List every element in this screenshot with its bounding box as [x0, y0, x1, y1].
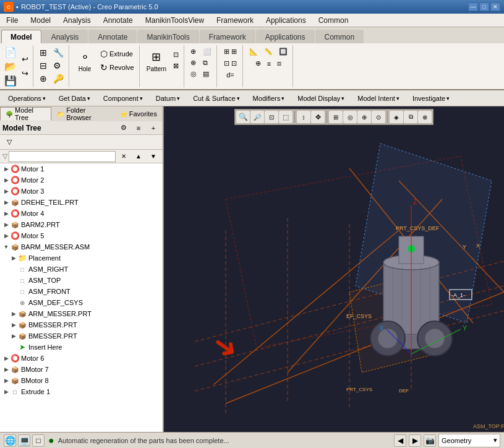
expand-motor5[interactable]: ▶	[2, 232, 10, 239]
surf-btn2[interactable]: ⊗	[188, 58, 199, 68]
viewport[interactable]: 🔍 🔎 ⊡ ⬚ ↕ ✥ ⊞ ◎ ⊕ ⊙ ◈ ⧉ ⊗	[164, 106, 504, 432]
tree-add-btn[interactable]: +	[147, 121, 160, 135]
vp-rotate[interactable]: ↕	[297, 111, 310, 123]
tab-annotate[interactable]: Annotate	[88, 30, 137, 43]
ribbon-open-btn[interactable]: 📂	[4, 59, 17, 73]
status-monitor-btn[interactable]: 💻	[18, 434, 30, 447]
vp-view1[interactable]: ⊞	[329, 111, 343, 123]
ops-btn4[interactable]: 🔧	[51, 46, 66, 59]
surf-btn1[interactable]: ⊕	[188, 46, 199, 57]
tree-item-asm-right[interactable]: □ ASM_RIGHT	[0, 264, 163, 275]
tree-item-motor7[interactable]: ▶ 📦 BMotor 7	[0, 364, 163, 375]
expand-extrude1[interactable]: ▶	[2, 388, 10, 395]
menu-framework[interactable]: Framework	[210, 14, 260, 27]
tree-item-arm-messer[interactable]: ▼ 📦 BARM_MESSER.ASM	[0, 241, 163, 252]
tree-content[interactable]: ▶ ⭕ Motor 1 ▶ ⭕ Motor 2 ▶ ⭕ Motor 3 ▶ 📦 …	[0, 163, 163, 432]
menu-file[interactable]: File	[0, 14, 24, 27]
tree-item-drehe[interactable]: ▶ 📦 DREHE_TEIL.PRT	[0, 197, 163, 208]
datum-btn3[interactable]: d=	[224, 70, 237, 80]
ribbon-save-btn[interactable]: 💾	[4, 74, 17, 87]
status-nav-btn2[interactable]: ▶	[409, 434, 421, 447]
tree-item-messer2[interactable]: ▶ 📦 BMESSER.PRT	[0, 330, 163, 342]
expand-asm-def[interactable]	[10, 299, 17, 306]
minimize-button[interactable]: —	[468, 2, 478, 11]
menu-common[interactable]: Common	[312, 14, 355, 27]
ops-btn6[interactable]: 🔑	[51, 72, 66, 85]
surf-btn5[interactable]: ⧉	[200, 58, 214, 68]
ops-btn3[interactable]: ⊕	[37, 72, 49, 85]
tree-filter-btn[interactable]: ▽	[2, 136, 16, 149]
close-button[interactable]: ✕	[490, 2, 500, 11]
datum-dropdown[interactable]: Datum ▾	[150, 93, 186, 103]
expand-asm-right[interactable]	[10, 265, 17, 273]
tree-settings-btn[interactable]: ⚙	[117, 121, 130, 135]
tree-item-motor8[interactable]: ▶ 📦 BMotor 8	[0, 375, 163, 386]
search-clear-btn[interactable]: ✕	[117, 150, 130, 163]
expand-barm2[interactable]: ▶	[2, 221, 10, 228]
ribbon-redo-btn[interactable]: ↪	[18, 67, 32, 80]
panel-tab-favorites[interactable]: ⭐ Favorites	[114, 107, 163, 121]
vp-pan[interactable]: ✥	[311, 111, 325, 123]
model-intent-dropdown[interactable]: Model Intent ▾	[352, 93, 405, 103]
tab-common[interactable]: Common	[315, 30, 364, 43]
surf-btn4[interactable]: ⬜	[200, 46, 214, 57]
tab-applications[interactable]: Applications	[256, 30, 315, 43]
misc-btn1[interactable]: 📐	[247, 46, 260, 57]
misc-btn5[interactable]: ≡	[265, 58, 273, 69]
surf-btn3[interactable]: ◎	[188, 69, 199, 79]
search-down-btn[interactable]: ▼	[147, 150, 160, 163]
menu-annotate[interactable]: Annotate	[97, 14, 139, 27]
misc-btn4[interactable]: ⊕	[253, 58, 263, 69]
geometry-dropdown[interactable]: Geometry ▾	[438, 434, 500, 447]
tree-item-asm-def-csys[interactable]: ⊕ ASM_DEF_CSYS	[0, 297, 163, 308]
expand-motor6[interactable]: ▶	[2, 355, 10, 362]
panel-tab-model-tree[interactable]: 🌳 Model Tree	[0, 107, 51, 121]
vp-zoom-out[interactable]: 🔎	[250, 111, 264, 123]
expand-motor2[interactable]: ▶	[2, 176, 10, 184]
status-camera-btn[interactable]: 📷	[424, 434, 436, 447]
menu-model[interactable]: Model	[24, 14, 57, 27]
modifiers-dropdown[interactable]: Modifiers ▾	[247, 93, 291, 103]
ops-btn2[interactable]: ⊟	[37, 59, 49, 72]
menu-manikin[interactable]: ManikinToolsView	[139, 14, 210, 27]
model-display-dropdown[interactable]: Model Display ▾	[292, 93, 350, 103]
cut-surface-dropdown[interactable]: Cut & Surface ▾	[187, 93, 245, 103]
tab-model[interactable]: Model	[1, 30, 41, 43]
maximize-button[interactable]: □	[479, 2, 489, 11]
investigate-dropdown[interactable]: Investigate ▾	[407, 93, 455, 103]
tree-item-insert-here[interactable]: ➤ Insert Here	[0, 342, 163, 353]
status-square-btn[interactable]: □	[32, 434, 45, 447]
vp-view2[interactable]: ◎	[343, 111, 357, 123]
ribbon-new-btn[interactable]: 📄	[4, 45, 17, 59]
menu-analysis[interactable]: Analysis	[57, 14, 97, 27]
expand-arm-messer[interactable]: ▼	[2, 243, 10, 251]
expand-placement[interactable]: ▶	[10, 254, 17, 262]
tree-item-barm2[interactable]: ▶ 📦 BARM2.PRT	[0, 219, 163, 230]
extrude-button[interactable]: ⬡ Extrude	[98, 48, 137, 60]
status-nav-btn1[interactable]: ◀	[394, 434, 406, 447]
expand-drehe[interactable]: ▶	[2, 199, 10, 206]
surf-btn6[interactable]: ▤	[200, 69, 214, 79]
ribbon-undo-btn[interactable]: ↩	[18, 53, 32, 66]
component-dropdown[interactable]: Component ▾	[98, 93, 148, 103]
misc-btn3[interactable]: 🔲	[276, 46, 290, 57]
expand-motor4[interactable]: ▶	[2, 210, 10, 217]
vp-zoom-in[interactable]: 🔍	[236, 111, 250, 123]
vp-shading3[interactable]: ⊗	[418, 111, 432, 123]
tree-item-motor4[interactable]: ▶ ⭕ Motor 4	[0, 208, 163, 219]
misc-btn2[interactable]: 📏	[262, 46, 275, 57]
tree-item-extrude1[interactable]: ▶ □ Extrude 1	[0, 386, 163, 397]
expand-messer2[interactable]: ▶	[10, 332, 17, 340]
vp-zoom-fit[interactable]: ⊡	[265, 111, 278, 123]
tab-framework[interactable]: Framework	[200, 30, 255, 43]
expand-motor3[interactable]: ▶	[2, 187, 10, 195]
tree-item-motor1[interactable]: ▶ ⭕ Motor 1	[0, 163, 163, 174]
ops-dropdown[interactable]: Operations ▾	[2, 93, 51, 103]
tree-expand-btn[interactable]: ≡	[132, 121, 145, 135]
vp-view4[interactable]: ⊙	[372, 111, 385, 123]
datum-btn2[interactable]: ⊡⊡	[221, 58, 239, 69]
window-controls[interactable]: — □ ✕	[468, 2, 500, 11]
datum-btn1[interactable]: ⊞⊞	[221, 46, 239, 57]
pattern-button[interactable]: ⊞ Pattern	[143, 46, 169, 74]
tree-item-motor2[interactable]: ▶ ⭕ Motor 2	[0, 174, 163, 186]
